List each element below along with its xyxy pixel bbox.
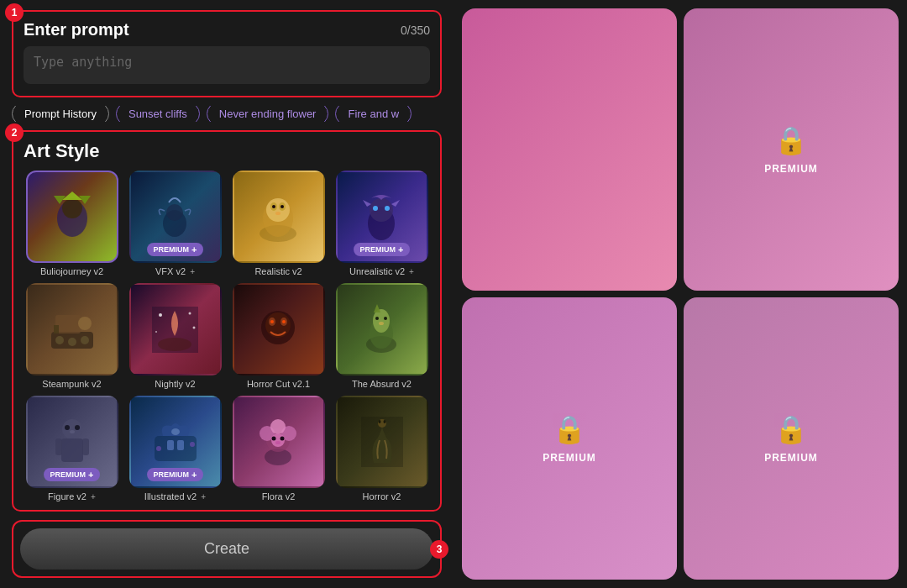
svg-point-56 (171, 428, 180, 435)
art-style-grid: Buliojourney v2 P (24, 171, 430, 501)
art-item-nightly[interactable]: Nightly v2 (127, 283, 223, 389)
art-thumb-realistic (233, 171, 325, 263)
svg-point-16 (370, 198, 393, 222)
art-thumb-illustrated: PREMIUM (129, 396, 222, 488)
art-thumb-unrealistic: PREMIUM (336, 171, 428, 263)
unrealistic-premium-badge: PREMIUM (354, 243, 411, 256)
art-item-absurd[interactable]: The Absurd v2 (333, 283, 430, 389)
svg-point-69 (383, 420, 385, 423)
art-item-flora[interactable]: Flora v2 (230, 396, 327, 501)
art-item-horror2[interactable]: Horror v2 (333, 396, 430, 501)
svg-point-65 (275, 441, 280, 444)
svg-rect-50 (82, 438, 89, 455)
tag-never-ending-flower[interactable]: Never ending flower (207, 106, 329, 122)
art-label-horror2: Horror v2 (363, 491, 401, 501)
svg-point-43 (379, 322, 384, 325)
art-label-buliojourney: Buliojourney v2 (40, 266, 103, 276)
art-thumb-horror (233, 283, 325, 375)
art-thumb-nightly (129, 283, 222, 375)
art-thumb-absurd (336, 283, 428, 375)
svg-point-42 (384, 317, 387, 320)
prompt-history-button[interactable]: Prompt History (12, 106, 109, 122)
step-1-indicator: 1 (5, 3, 24, 22)
svg-point-37 (282, 320, 286, 323)
history-row: Prompt History Sunset cliffs Never endin… (12, 106, 442, 122)
svg-point-27 (158, 338, 191, 351)
lock-icon-4: 🔒 (774, 413, 808, 445)
svg-point-63 (272, 437, 276, 441)
art-thumb-figure: PREMIUM (26, 396, 118, 488)
art-label-nightly: Nightly v2 (155, 379, 195, 389)
art-thumb-steampunk (26, 283, 118, 375)
illustrated-premium-badge: PREMIUM (147, 468, 204, 481)
preview-card-1 (462, 8, 677, 291)
art-label-figure: Figure v2 + (48, 491, 96, 501)
premium-label-3: PREMIUM (543, 452, 596, 464)
lock-icon-3: 🔒 (553, 413, 586, 445)
svg-rect-49 (55, 438, 62, 455)
svg-point-55 (190, 442, 195, 447)
prompt-header: Enter prompt 0/350 (24, 20, 430, 39)
tag-fire-and-w[interactable]: Fire and w (335, 106, 412, 122)
art-thumb-buliojourney (26, 171, 118, 263)
svg-point-13 (280, 205, 284, 208)
svg-point-64 (280, 437, 285, 441)
art-label-unrealistic: Unrealistic v2 + (349, 266, 414, 276)
art-thumb-flora (233, 396, 325, 488)
svg-point-30 (155, 331, 157, 333)
step-2-indicator: 2 (5, 123, 24, 142)
prompt-section: Enter prompt 0/350 (12, 10, 442, 97)
art-item-steampunk[interactable]: Steampunk v2 (24, 283, 120, 389)
prompt-input[interactable] (24, 46, 430, 84)
art-style-section: Art Style (12, 130, 442, 512)
art-item-illustrated[interactable]: PREMIUM Illustrated v2 + (127, 396, 223, 501)
svg-point-24 (68, 338, 76, 346)
svg-point-41 (375, 317, 379, 320)
left-panel: 1 Enter prompt 0/350 Prompt History Suns… (0, 0, 454, 588)
preview-card-4: 🔒 PREMIUM (684, 297, 899, 580)
svg-point-23 (55, 336, 64, 344)
svg-point-28 (159, 313, 162, 317)
art-item-buliojourney[interactable]: Buliojourney v2 (24, 171, 120, 276)
create-button[interactable]: Create (20, 528, 433, 570)
art-style-title: Art Style (24, 140, 430, 162)
svg-rect-20 (55, 315, 81, 333)
svg-rect-53 (177, 440, 184, 450)
premium-label-2: PREMIUM (764, 163, 818, 175)
art-label-horror-cut: Horror Cut v2.1 (247, 379, 310, 389)
svg-point-47 (75, 425, 80, 430)
preview-card-3: 🔒 PREMIUM (462, 297, 677, 580)
art-thumb-vfx: PREMIUM (129, 171, 222, 263)
lock-icon-2: 🔒 (774, 124, 808, 156)
svg-point-46 (65, 425, 70, 430)
svg-point-61 (270, 419, 286, 434)
art-item-vfx[interactable]: PREMIUM VFX v2 + (127, 171, 223, 276)
svg-point-29 (189, 312, 191, 314)
art-label-illustrated: Illustrated v2 + (144, 491, 206, 501)
svg-point-1 (62, 198, 82, 218)
art-item-figure[interactable]: PREMIUM Figure v2 + (24, 396, 120, 501)
art-item-unrealistic[interactable]: PREMIUM Unrealistic v2 + (333, 171, 430, 276)
svg-point-44 (62, 419, 82, 439)
tag-sunset-cliffs[interactable]: Sunset cliffs (116, 106, 200, 122)
svg-point-40 (373, 309, 390, 333)
svg-point-33 (265, 312, 291, 338)
svg-point-31 (193, 326, 196, 328)
art-label-flora: Flora v2 (262, 491, 296, 501)
art-item-horror-cut[interactable]: Horror Cut v2.1 (230, 283, 327, 389)
prompt-count: 0/350 (401, 24, 430, 37)
svg-point-36 (270, 320, 274, 323)
svg-rect-45 (61, 438, 83, 462)
art-label-vfx: VFX v2 + (155, 266, 195, 276)
vfx-premium-badge: PREMIUM (147, 243, 204, 256)
svg-rect-22 (54, 325, 59, 333)
right-panel: 🔒 PREMIUM 🔒 PREMIUM 🔒 PREMIUM (454, 0, 907, 588)
preview-card-2: 🔒 PREMIUM (684, 8, 899, 291)
svg-point-18 (385, 206, 390, 211)
create-section: Create (12, 520, 442, 578)
art-label-absurd: The Absurd v2 (352, 379, 412, 389)
svg-point-25 (81, 336, 89, 344)
svg-point-9 (266, 198, 290, 222)
svg-point-48 (70, 430, 75, 433)
art-item-realistic[interactable]: Realistic v2 (230, 171, 327, 276)
